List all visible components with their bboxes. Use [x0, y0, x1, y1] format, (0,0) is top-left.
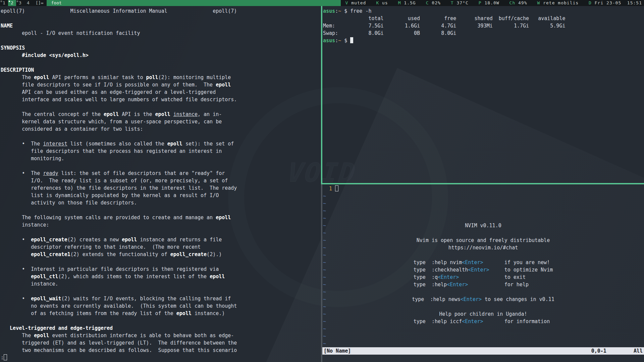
tilde: ~ [323, 230, 326, 236]
text-segment: to see changes in v0.11 [482, 296, 554, 302]
workspace-tag-2[interactable]: 2 [8, 0, 16, 6]
status-value: 18.0W [482, 0, 499, 5]
nvim-row: ~ [322, 325, 644, 333]
text-segment [1, 274, 31, 280]
nvim-intro-line: NVIM v0.11.0 [322, 222, 644, 229]
text-segment: • [1, 237, 31, 243]
prompt-separator: : [335, 38, 338, 44]
workspace-tag-1[interactable]: 1 [0, 0, 8, 6]
text-segment: (2): monitoring multiple [158, 74, 231, 80]
nvim-row: ~ [322, 192, 644, 200]
terminal-free-content: asus:~ $ free -h total used free shared … [323, 7, 644, 44]
text-segment: for help [468, 282, 553, 288]
nvim-row: ~ [322, 288, 644, 296]
text-segment: The central concept of the [1, 111, 104, 117]
text-segment: instance [173, 111, 198, 117]
neovim-statusline: [No Name] 0,0-1All [322, 347, 644, 355]
cursor [4, 354, 7, 360]
workspace-tag-3[interactable]: 3 [16, 0, 24, 6]
man-line [1, 37, 321, 44]
man-line: interface and scales well to large numbe… [1, 96, 321, 103]
man-line: activity on those file descriptors. [1, 199, 321, 206]
status-value: 37°C [454, 0, 469, 5]
man-page-text: epoll(7) Miscellaneous Information Manua… [1, 7, 321, 361]
man-line: instance. [1, 280, 321, 288]
tilde: ~ [323, 215, 326, 221]
desktop: VOID 1234 []= foot V mutedK usM 1.5GC 02… [0, 0, 644, 362]
text-segment: kernel data structure which, from a user… [1, 119, 222, 125]
text-segment: instance: [1, 222, 49, 228]
man-line [1, 317, 321, 324]
workspace-tags: 1234 [0, 0, 32, 6]
text-segment: for information [483, 318, 553, 324]
text-segment: NVIM v0.11.0 [465, 223, 501, 229]
status-module-t: T 37°C [451, 0, 469, 6]
man-line: monitoring. [1, 155, 321, 162]
text-segment: epoll_create [31, 237, 67, 243]
nvim-row: ~type :checkhealth<Enter> to optimize Nv… [322, 266, 644, 274]
status-module-w: W rete mobilis [537, 0, 579, 6]
nvim-intro-line: type :q<Enter> to exit [322, 274, 644, 281]
text-segment: if you are new! [483, 259, 553, 265]
text-segment: type :q [414, 274, 438, 280]
text-segment: instance.) [192, 310, 225, 316]
terminal-output-line: Mem: 7.5Gi 1.6Gi 4.7Gi 393Mi 1.7Gi 5.9Gi [323, 22, 644, 29]
cursor [350, 37, 353, 43]
text-segment: list: the set of file descriptors that a… [58, 170, 225, 176]
nvim-intro-line: https://neovim.io/#chat [322, 244, 644, 251]
tilde: ~ [323, 341, 326, 347]
nvim-row: ~type :help news<Enter> to see changes i… [322, 296, 644, 303]
status-module-ch: Ch 49% [509, 0, 527, 6]
man-line: NAME [1, 22, 321, 29]
nvim-row: ~ [322, 229, 644, 237]
text-segment: epoll_create1 [31, 251, 70, 257]
nvim-row: ~Help poor children in Uganda! [322, 310, 644, 318]
man-line: • epoll_create(2) creates a new epoll in… [1, 236, 321, 243]
terminal-free[interactable]: asus:~ $ free -h total used free shared … [322, 6, 644, 183]
nvim-row: ~https://neovim.io/#chat [322, 244, 644, 251]
prompt-separator: : [335, 8, 338, 14]
text-segment: NAME [1, 23, 13, 29]
terminal-prompt-line: asus:~ $ [323, 37, 644, 44]
text-segment: API can be used either as an edge-trigge… [1, 89, 216, 95]
tag-client-indicator [9, 1, 10, 2]
text-segment: epoll [34, 333, 49, 339]
text-segment: #include <sys/epoll.h> [22, 52, 89, 58]
text-segment: type :help news [412, 296, 461, 302]
status-key: T [451, 0, 454, 5]
man-line [1, 288, 321, 295]
status-key: K [376, 0, 379, 5]
nvim-row: ~Nvim is open source and freely distribu… [322, 237, 644, 244]
text-segment: list (sometimes also called the [67, 141, 167, 147]
status-value: us [379, 0, 388, 5]
text-segment: type :help [414, 282, 447, 288]
statusline-filename: [No Name] [324, 347, 351, 355]
man-line: SYNOPSIS [1, 44, 321, 52]
nvim-intro-line: type :help nvim<Enter> if you are new! [322, 259, 644, 266]
man-line: epoll_ctl(2), which adds items to the in… [1, 273, 321, 280]
neovim-window[interactable]: 1 ~~~~~NVIM v0.11.0~~Nvim is open source… [322, 184, 644, 362]
terminal-man-epoll[interactable]: epoll(7) Miscellaneous Information Manua… [0, 6, 321, 362]
text-segment: (2).) [207, 251, 222, 257]
text-segment [1, 325, 10, 331]
terminal-command-line: asus:~ $ free -h [323, 7, 644, 15]
nvim-row: ~ [322, 200, 644, 207]
text-segment: instance and returns a file [137, 237, 222, 243]
man-line [1, 229, 321, 236]
text-segment: poll [146, 74, 158, 80]
status-module-m: M 1.5G [398, 0, 416, 6]
status-value: Fri 23-05 15:51 [592, 0, 642, 5]
status-bar: 1234 []= foot V mutedK usM 1.5GC 02%T 37… [0, 0, 644, 6]
terminal-output-line: Swap: 8.0Gi 0B 8.0Gi [323, 29, 644, 37]
layout-symbol[interactable]: []= [32, 0, 47, 6]
man-line [1, 59, 321, 66]
workspace-tag-4[interactable]: 4 [24, 0, 32, 6]
terminal-output-line: total used free shared buff/cache availa… [323, 15, 644, 22]
status-key: D [589, 0, 592, 5]
text-segment [1, 251, 31, 257]
man-line: of as fetching items from the ready list… [1, 310, 321, 317]
text-segment: API performs a similar task to [49, 74, 146, 80]
text-segment: interest [43, 141, 67, 147]
man-line: The following system calls are provided … [1, 214, 321, 221]
nvim-intro-line: Help poor children in Uganda! [322, 310, 644, 318]
